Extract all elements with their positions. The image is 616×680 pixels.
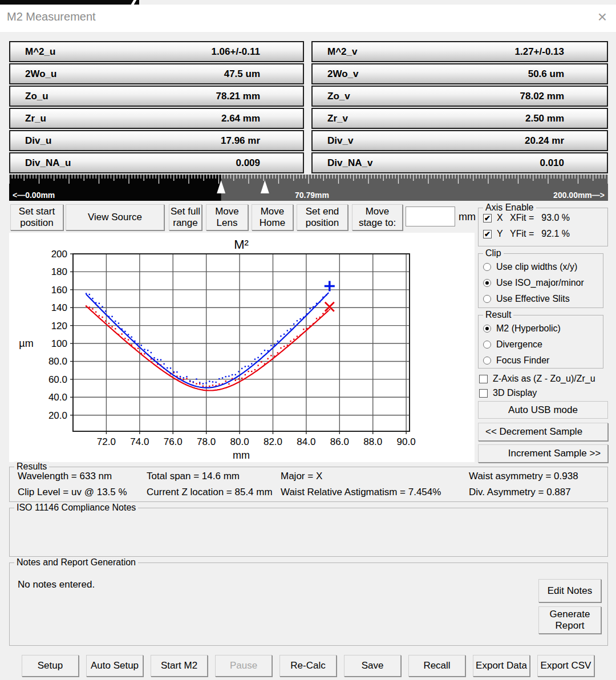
stage-unit-label: mm [459,211,476,223]
edit-notes-button[interactable]: Edit Notes [538,579,601,602]
background-window-edge [0,0,139,5]
svg-text:200: 200 [51,249,67,260]
close-icon[interactable]: × [598,8,607,26]
svg-text:100: 100 [51,338,67,349]
measurement-row-m^2_u: M^2_u1.06+/-0.11 [9,41,304,62]
auto-setup-button[interactable]: Auto Setup [86,655,143,677]
bottom-button-row: SetupAuto SetupStart M2PauseRe-CalcSaveR… [0,655,616,678]
checkbox-icon[interactable] [479,389,488,398]
checkbox-icon[interactable] [479,375,488,383]
set-start-position-button[interactable]: Set start position [10,204,63,230]
svg-text:72.0: 72.0 [97,436,116,447]
auto-usb-mode-button[interactable]: Auto USB mode [478,401,608,419]
set-full-range-button[interactable]: Set full range [169,204,202,230]
save-button[interactable]: Save [344,655,401,677]
svg-text:180: 180 [51,266,67,277]
result-option[interactable]: M2 (Hyperbolic) [483,323,561,334]
measurement-value: 2.50 mm [525,113,607,124]
decrement-sample-button[interactable]: << Decrement Sample [478,423,608,441]
start-m2-button[interactable]: Start M2 [151,655,208,677]
m2-chart: M²72.074.076.078.080.082.084.086.088.090… [9,233,475,462]
measurement-value: 0.010 [540,157,607,169]
clip-radio-icon[interactable] [483,295,491,303]
result-radio-icon[interactable] [483,325,491,333]
clip-group-title: Clip [483,248,504,258]
result-stat: Current Z location = 85.4 mm [147,487,273,498]
measurement-label: M^2_u [10,46,55,58]
measurement-row-2wo_u: 2Wo_u47.5 um [9,63,304,84]
clip-option-label: Use Effective Slits [496,294,570,304]
measurement-label: Zr_v [313,113,348,124]
measurement-row-zo_u: Zo_u78.21 mm [9,86,304,107]
clip-option-label: Use clip widths (x/y) [496,262,577,272]
svg-text:90.0: 90.0 [397,436,416,447]
measurement-row-div_u: Div_u17.96 mr [9,130,304,151]
view-source-button[interactable]: View Source [66,204,164,230]
svg-text:74.0: 74.0 [130,436,149,447]
axis-enable-group: Axis Enable ✔XXFit =93.0 %✔YYFit =92.1 % [478,208,608,246]
svg-text:160: 160 [51,285,67,296]
svg-text:76.0: 76.0 [164,436,183,447]
axis-y-checkbox[interactable]: ✔ [483,230,492,238]
measurement-label: M^2_v [313,46,357,58]
result-option[interactable]: Focus Finder [483,355,549,366]
result-option-label: M2 (Hyperbolic) [496,323,561,334]
stage-position-input[interactable] [406,207,455,226]
clip-option-label: Use ISO_major/minor [496,278,584,288]
move-lens-button[interactable]: Move Lens [206,204,248,230]
recall-button[interactable]: Recall [408,655,465,677]
checkbox-label: 3D Display [493,388,537,398]
checkbox-label: Z-Axis as (Z - Zo_u)/Zr_u [493,374,595,384]
clip-option[interactable]: Use clip widths (x/y) [483,262,577,272]
measurement-label: 2Wo_u [10,68,56,80]
re-calc-button[interactable]: Re-Calc [279,655,337,677]
measurement-value: 0.009 [236,157,303,169]
svg-text:µm: µm [19,338,33,349]
increment-sample-button[interactable]: Increment Sample >> [478,444,608,463]
svg-text:80.0: 80.0 [230,436,249,447]
export-csv-button[interactable]: Export CSV [537,655,594,677]
move-stage-to-button[interactable]: Move stage to: [352,204,403,230]
clip-option[interactable]: Use Effective Slits [483,294,570,304]
result-option-label: Divergence [496,339,542,350]
result-radio-icon[interactable] [483,357,491,365]
ruler-position-label: 70.79mm [295,191,329,200]
move-home-button[interactable]: Move Home [252,204,293,230]
measurement-row-zr_u: Zr_u2.64 mm [9,108,304,129]
clip-option[interactable]: Use ISO_major/minor [483,278,584,288]
svg-text:80.0: 80.0 [48,356,67,367]
result-group-title: Result [483,310,513,320]
axis-enable-title: Axis Enable [483,203,536,213]
titlebar: M2 Measurement × [0,5,616,32]
axis-enable-row-x: ✔XXFit =93.0 % [483,213,570,223]
option-checkbox-row[interactable]: Z-Axis as (Z - Zo_u)/Zr_u [479,374,595,384]
measurement-row-div_na_v: Div_NA_v0.010 [311,152,608,173]
fit-value: 92.1 % [541,229,570,239]
set-end-position-button[interactable]: Set end position [297,204,348,230]
background-window-notch [131,0,137,5]
clip-radio-icon[interactable] [483,279,491,287]
measurement-value: 20.24 mr [525,135,607,147]
measurement-row-div_v: Div_v20.24 mr [311,130,608,151]
svg-text:86.0: 86.0 [330,436,349,447]
axis-x-checkbox[interactable]: ✔ [483,214,492,222]
axis-letter: Y [497,229,505,239]
svg-text:82.0: 82.0 [264,436,282,447]
option-checkbox-row[interactable]: 3D Display [479,388,537,398]
generate-report-button[interactable]: Generate Report [538,606,601,634]
measurement-label: Div_v [313,135,353,147]
measurement-value: 78.02 mm [520,91,607,102]
notes-report-group: Notes and Report Generation No notes ent… [9,562,608,646]
results-summary-group: Results Wavelength = 633 nmTotal span = … [9,467,608,502]
result-radio-icon[interactable] [483,341,491,349]
svg-text:120: 120 [51,321,67,331]
ruler-start-label: <—0.00mm [13,191,55,200]
result-option[interactable]: Divergence [483,339,542,350]
ruler-end-label: 200.00mm—> [553,191,605,200]
clip-radio-icon[interactable] [483,263,491,271]
m2-chart-panel: M²72.074.076.078.080.082.084.086.088.090… [9,233,475,462]
results-table-u: M^2_u1.06+/-0.112Wo_u47.5 umZo_u78.21 mm… [9,41,304,175]
setup-button[interactable]: Setup [22,655,79,677]
svg-text:88.0: 88.0 [363,436,382,447]
export-data-button[interactable]: Export Data [473,655,530,677]
